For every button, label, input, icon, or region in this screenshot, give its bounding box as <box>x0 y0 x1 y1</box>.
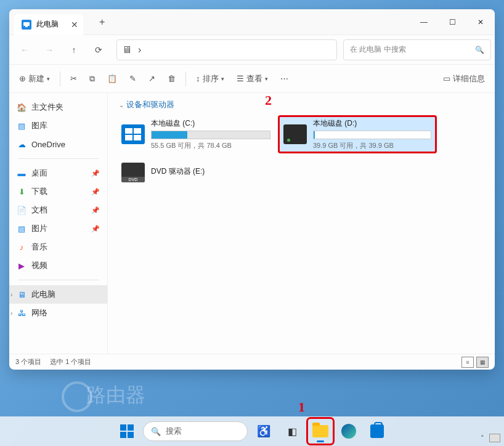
details-icon: ▭ <box>443 74 450 83</box>
pin-icon: 📌 <box>91 169 100 177</box>
main-pane: ⌄设备和驱动器 本地磁盘 (C:) 55.5 GB 可用，共 78.4 GB 本… <box>108 93 495 354</box>
chevron-down-icon: ⌄ <box>119 102 124 108</box>
new-tab-button[interactable]: + <box>94 14 110 30</box>
watermark-text: 路由器 <box>86 384 145 406</box>
accessibility-button[interactable]: ♿ <box>251 419 276 444</box>
copy-icon: ⧉ <box>89 74 95 84</box>
chevron-right-icon[interactable]: › <box>9 291 15 298</box>
chevron-down-icon: ▾ <box>47 76 50 82</box>
cut-icon: ✂ <box>70 74 77 83</box>
tray-icon[interactable] <box>489 434 500 442</box>
store-icon <box>370 424 384 438</box>
titlebar: 此电脑 ✕ + — ☐ ✕ <box>9 9 495 35</box>
tiles-view-button[interactable]: ▦ <box>476 357 489 368</box>
chevron-up-icon[interactable]: ˄ <box>481 434 484 442</box>
paste-button[interactable]: 📋 <box>101 68 123 89</box>
tab-thispc[interactable]: 此电脑 ✕ <box>14 14 83 35</box>
status-item-count: 3 个项目 <box>15 357 41 367</box>
ellipsis-icon: ⋯ <box>280 74 288 83</box>
annotation-1: 1 <box>298 399 305 415</box>
chevron-right-icon[interactable]: › <box>9 310 15 317</box>
status-selected-count: 选中 1 个项目 <box>50 357 91 367</box>
sidebar-item-music[interactable]: ♪音乐 <box>9 238 107 256</box>
monitor-icon: 🖥 <box>17 290 26 299</box>
close-button[interactable]: ✕ <box>466 9 495 35</box>
share-button[interactable]: ↗ <box>142 68 161 89</box>
nav-toolbar: ← → ↑ ⟳ 🖥 › 在 此电脑 中搜索 🔍 <box>9 35 495 65</box>
sidebar-item-home[interactable]: 🏠主文件夹 <box>9 98 107 116</box>
task-view-button[interactable]: ◧ <box>280 419 304 444</box>
details-view-button[interactable]: ≡ <box>461 357 474 368</box>
cloud-icon: ☁ <box>17 139 26 149</box>
document-icon: 📄 <box>17 205 26 215</box>
drive-d[interactable]: 本地磁盘 (D:) 39.9 GB 可用，共 39.9 GB <box>279 116 436 152</box>
drive-c[interactable]: 本地磁盘 (C:) 55.5 GB 可用，共 78.4 GB <box>119 116 273 152</box>
sidebar-item-downloads[interactable]: ⬇下载📌 <box>9 182 107 201</box>
drive-name: DVD 驱动器 (E:) <box>151 166 270 177</box>
up-button[interactable]: ↑ <box>62 39 86 61</box>
search-placeholder: 在 此电脑 中搜索 <box>350 44 406 55</box>
video-icon: ▶ <box>17 261 26 270</box>
sort-icon: ↕ <box>196 74 200 83</box>
start-button[interactable] <box>115 419 139 444</box>
download-icon: ⬇ <box>17 187 26 197</box>
file-explorer-taskbar[interactable] <box>308 419 333 444</box>
taskbar: 🔍搜索 ♿ ◧ ˄ <box>0 416 504 446</box>
maximize-button[interactable]: ☐ <box>438 9 466 35</box>
view-icon: ☰ <box>237 74 244 83</box>
pin-icon: 📌 <box>91 206 100 214</box>
pin-icon: 📌 <box>91 225 100 233</box>
monitor-icon <box>22 20 31 30</box>
tab-title: 此电脑 <box>36 19 59 30</box>
more-button[interactable]: ⋯ <box>274 68 295 89</box>
address-bar[interactable]: 🖥 › <box>116 39 337 60</box>
sidebar-item-documents[interactable]: 📄文档📌 <box>9 201 107 219</box>
system-tray[interactable]: ˄ <box>481 434 500 442</box>
sidebar-item-onedrive[interactable]: ☁OneDrive <box>9 135 107 153</box>
folder-icon <box>312 425 328 437</box>
refresh-button[interactable]: ⟳ <box>87 39 110 61</box>
taskbar-search[interactable]: 🔍搜索 <box>143 421 248 441</box>
rename-button[interactable]: ✎ <box>123 68 142 89</box>
drive-usage-bar <box>151 131 270 139</box>
forward-button[interactable]: → <box>38 39 61 61</box>
details-pane-button[interactable]: ▭详细信息 <box>437 68 491 89</box>
search-icon: 🔍 <box>475 46 484 54</box>
search-input[interactable]: 在 此电脑 中搜索 🔍 <box>343 39 491 60</box>
delete-button[interactable]: 🗑 <box>161 68 182 89</box>
network-icon: 🖧 <box>17 308 26 318</box>
search-icon: 🔍 <box>151 427 161 436</box>
windows-drive-icon <box>121 124 145 144</box>
home-icon: 🏠 <box>17 102 26 112</box>
gallery-icon: ▧ <box>17 121 26 131</box>
cut-button[interactable]: ✂ <box>64 68 83 89</box>
drive-dvd[interactable]: DVD 驱动器 (E:) <box>119 155 273 190</box>
group-devices[interactable]: ⌄设备和驱动器 <box>119 99 484 110</box>
sidebar-item-desktop[interactable]: ▬桌面📌 <box>9 164 107 182</box>
drive-name: 本地磁盘 (D:) <box>313 118 431 129</box>
back-button[interactable]: ← <box>13 39 36 61</box>
dvd-icon <box>121 163 145 182</box>
sort-button[interactable]: ↕排序▾ <box>190 68 230 89</box>
accessibility-icon: ♿ <box>257 424 270 438</box>
drive-usage-bar <box>313 131 431 139</box>
view-button[interactable]: ☰查看▾ <box>230 68 274 89</box>
edge-taskbar[interactable] <box>336 419 361 444</box>
sidebar-item-network[interactable]: ›🖧网络 <box>9 304 107 322</box>
sidebar-item-pictures[interactable]: ▧图片📌 <box>9 219 107 238</box>
copy-button[interactable]: ⧉ <box>83 68 101 89</box>
plus-circle-icon: ⊕ <box>19 74 26 83</box>
drive-name: 本地磁盘 (C:) <box>151 118 270 129</box>
close-tab-icon[interactable]: ✕ <box>71 20 78 30</box>
sidebar-item-gallery[interactable]: ▧图库 <box>9 116 107 135</box>
new-button[interactable]: ⊕新建▾ <box>13 68 56 89</box>
sidebar-item-videos[interactable]: ▶视频 <box>9 256 107 275</box>
drive-stat: 39.9 GB 可用，共 39.9 GB <box>313 141 431 150</box>
sidebar: 🏠主文件夹 ▧图库 ☁OneDrive ▬桌面📌 ⬇下载📌 📄文档📌 ▧图片📌 … <box>9 93 108 354</box>
sidebar-item-thispc[interactable]: ›🖥此电脑 <box>9 285 107 304</box>
status-bar: 3 个项目 选中 1 个项目 ≡ ▦ <box>9 354 495 370</box>
pictures-icon: ▧ <box>17 224 26 233</box>
store-taskbar[interactable] <box>365 419 389 444</box>
minimize-button[interactable]: — <box>410 9 438 35</box>
music-icon: ♪ <box>17 242 26 252</box>
